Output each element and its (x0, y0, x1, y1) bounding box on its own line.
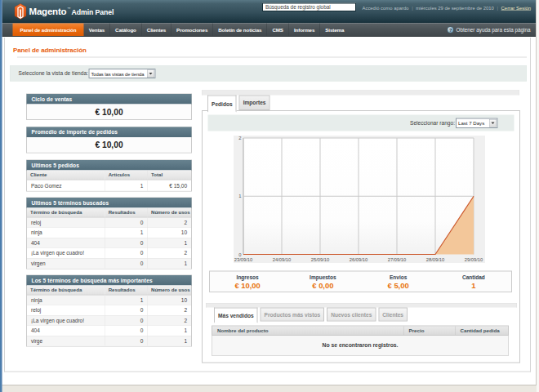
total-label: Impuestos (285, 274, 360, 281)
table-cell: Paco Gomez (27, 180, 105, 191)
main-nav: Panel de administraciónVentasCatálogoCli… (2, 24, 537, 38)
tab-importes[interactable]: Importes (239, 96, 270, 111)
current-date: miércoles 29 de septiembre de 2010 (416, 6, 493, 11)
meta-separator: | (497, 6, 498, 11)
table-cell: € 15,00 (148, 180, 191, 191)
column-header: Término de búsqueda (27, 208, 105, 218)
orders-chart: 01223/09/1024/09/1025/09/1026/09/1027/09… (234, 136, 485, 263)
nav-items: Panel de administraciónVentasCatálogoCli… (13, 24, 350, 37)
nav-item-informes[interactable]: Informes (288, 24, 319, 37)
nav-item-promociones[interactable]: Promociones (171, 24, 212, 37)
table-cell: 1 (148, 258, 191, 269)
grid-header: Nombre del productoPrecioCantidad pedida (212, 326, 509, 336)
global-search-input[interactable] (262, 3, 356, 12)
table-cell: 2 (148, 248, 191, 259)
store-view-select[interactable]: Todas las vistas de tienda (89, 69, 156, 78)
table-cell: 10 (148, 228, 191, 238)
chart-toolbar: Seleccionar rango: Last 7 Days (208, 115, 514, 131)
box-title: Promedio de importe de pedidos (27, 127, 192, 138)
svg-text:1: 1 (238, 194, 241, 198)
dropdown-arrow-icon (147, 69, 154, 78)
table-cell: 404 (27, 238, 105, 248)
nav-item-panel-de-administraci-n[interactable]: Panel de administración (13, 24, 84, 37)
stat-value: € 10,00 (27, 105, 191, 120)
nav-item-clientes[interactable]: Clientes (141, 24, 171, 37)
report-box: Ultimos 5 términos buscadosTérmino de bú… (26, 198, 192, 270)
svg-text:27/09/10: 27/09/10 (388, 257, 407, 262)
column-header: Articulos (105, 171, 147, 180)
table-cell: ¡La virgen que cuadro! (27, 248, 105, 259)
table-row: virgen01 (27, 258, 191, 269)
tab-productos-m-s-vistos[interactable]: Productos más vistos (261, 308, 325, 322)
tab-clientes[interactable]: Clientes (378, 308, 408, 322)
table-cell: 0 (105, 217, 147, 228)
help-link[interactable]: ? Obtener ayuda para esta página (448, 24, 537, 37)
table-cell: 1 (105, 228, 147, 238)
table-cell: 2 (148, 305, 191, 316)
total-ingresos: Ingresos€ 10,00 (210, 272, 285, 292)
orders-tabs: PedidosImportes (207, 96, 270, 113)
table-cell: 0 (105, 238, 147, 248)
box-title: Ciclo de ventas (27, 94, 192, 105)
table-cell: 0 (105, 326, 147, 336)
table-cell: 1 (105, 295, 147, 305)
grid-column-header: Precio (403, 327, 455, 336)
column-header: Número de usos (148, 286, 191, 296)
tab-pedidos[interactable]: Pedidos (207, 96, 237, 113)
report-box: Ultimos 5 pedidosClienteArticulosTotalPa… (26, 160, 192, 192)
total-value: € 5,00 (361, 281, 436, 290)
brand-suffix: Admin Panel (72, 8, 114, 17)
range-select[interactable]: Last 7 Days (456, 118, 498, 128)
box-title: Los 5 términos de búsqueda más important… (27, 275, 192, 286)
help-icon: ? (448, 26, 454, 33)
svg-text:26/09/10: 26/09/10 (350, 257, 368, 262)
grid-column-header: Nombre del producto (212, 327, 403, 333)
svg-text:25/09/10: 25/09/10 (311, 257, 330, 262)
range-label: Seleccionar rango: (410, 120, 455, 127)
dropdown-arrow-icon (489, 119, 497, 127)
table-row: reloj02 (27, 217, 191, 228)
nav-item-cms[interactable]: CMS (267, 24, 288, 37)
table-cell: 1 (148, 326, 191, 336)
table-cell: reloj (27, 217, 105, 228)
nav-item-sistema[interactable]: Sistema (320, 24, 350, 37)
table-cell: 2 (148, 315, 191, 326)
report-table: Término de búsquedaResultadosNúmero de u… (27, 208, 191, 269)
tab-nuevos-clientes[interactable]: Nuevos clientes (327, 308, 376, 322)
column-header: Resultados (105, 286, 147, 296)
report-table: ClienteArticulosTotalPaco Gomez1€ 15,00 (27, 171, 191, 191)
total-label: Ingresos (210, 274, 285, 281)
table-cell: 1 (148, 238, 191, 248)
svg-text:0: 0 (238, 252, 241, 257)
total-cantidad: Cantidad1 (436, 272, 511, 292)
nav-item-cat-logo[interactable]: Catálogo (109, 24, 141, 37)
tab-m-s-vendidos[interactable]: Más vendidos (214, 308, 258, 323)
nav-item-ventas[interactable]: Ventas (83, 24, 109, 37)
meta-separator: | (412, 6, 413, 11)
window-bottom-strip (2, 385, 539, 392)
magento-logo-icon (15, 3, 27, 21)
table-cell: 1 (105, 180, 147, 191)
total-label: Envios (361, 274, 436, 281)
nav-item-bolet-n-de-noticias[interactable]: Boletín de noticias (213, 24, 267, 37)
table-cell: virge (27, 336, 105, 346)
table-cell: 0 (105, 258, 147, 269)
table-row: ¡La virgen que cuadro!02 (27, 315, 191, 326)
table-row: ninja110 (27, 228, 191, 238)
grid-column-header: Cantidad pedida (455, 327, 508, 336)
logout-link[interactable]: Cerrar Sesión (501, 6, 531, 11)
logged-in-text: Accedió como apardo (362, 6, 408, 11)
svg-text:23/09/10: 23/09/10 (234, 257, 253, 262)
total-value: € 10,00 (210, 281, 285, 290)
brand-name: Magento™ (29, 6, 71, 17)
help-label: Obtener ayuda para esta página (457, 27, 531, 33)
table-row: virge01 (27, 336, 191, 346)
table-cell: 2 (148, 217, 191, 228)
page-title: Panel de administración (13, 47, 87, 54)
range-value: Last 7 Days (457, 120, 489, 126)
box-title: Ultimos 5 términos buscados (27, 198, 192, 208)
column-header: Resultados (105, 208, 147, 218)
store-switcher-label: Seleccione la vista de tienda: (19, 70, 88, 77)
box-title: Ultimos 5 pedidos (27, 160, 192, 171)
svg-text:24/09/10: 24/09/10 (273, 257, 292, 262)
